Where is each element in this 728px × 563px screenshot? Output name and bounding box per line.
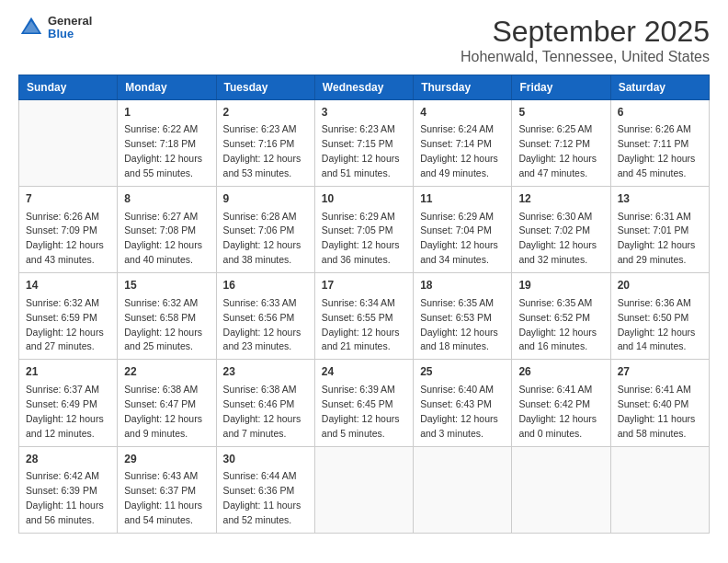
- calendar-cell: 29Sunrise: 6:43 AM Sunset: 6:37 PM Dayli…: [118, 446, 216, 533]
- day-number: 10: [322, 191, 406, 207]
- day-number: 2: [223, 105, 308, 121]
- day-info: Sunrise: 6:37 AM Sunset: 6:49 PM Dayligh…: [26, 384, 104, 439]
- calendar-cell: 23Sunrise: 6:38 AM Sunset: 6:46 PM Dayli…: [216, 360, 314, 446]
- logo-blue: Blue: [48, 28, 92, 40]
- day-info: Sunrise: 6:22 AM Sunset: 7:18 PM Dayligh…: [124, 123, 202, 178]
- weekday-header-row: SundayMondayTuesdayWednesdayThursdayFrid…: [19, 75, 710, 100]
- calendar-cell: 5Sunrise: 6:25 AM Sunset: 7:12 PM Daylig…: [512, 100, 610, 187]
- day-info: Sunrise: 6:28 AM Sunset: 7:06 PM Dayligh…: [223, 211, 301, 266]
- day-info: Sunrise: 6:39 AM Sunset: 6:45 PM Dayligh…: [322, 384, 400, 439]
- weekday-header-thursday: Thursday: [414, 75, 512, 100]
- day-number: 22: [124, 364, 209, 380]
- calendar-cell: [414, 446, 512, 533]
- day-info: Sunrise: 6:25 AM Sunset: 7:12 PM Dayligh…: [518, 123, 597, 178]
- day-info: Sunrise: 6:23 AM Sunset: 7:16 PM Dayligh…: [223, 123, 301, 178]
- day-number: 13: [618, 191, 702, 207]
- calendar-cell: 16Sunrise: 6:33 AM Sunset: 6:56 PM Dayli…: [216, 273, 314, 360]
- day-info: Sunrise: 6:27 AM Sunset: 7:08 PM Dayligh…: [124, 211, 202, 266]
- calendar-cell: 2Sunrise: 6:23 AM Sunset: 7:16 PM Daylig…: [216, 100, 314, 187]
- day-info: Sunrise: 6:23 AM Sunset: 7:15 PM Dayligh…: [322, 123, 400, 178]
- calendar-cell: 12Sunrise: 6:30 AM Sunset: 7:02 PM Dayli…: [512, 187, 610, 273]
- calendar-cell: 7Sunrise: 6:26 AM Sunset: 7:09 PM Daylig…: [19, 187, 118, 273]
- calendar-cell: 24Sunrise: 6:39 AM Sunset: 6:45 PM Dayli…: [314, 360, 413, 446]
- day-number: 21: [26, 364, 110, 380]
- calendar-week-5: 28Sunrise: 6:42 AM Sunset: 6:39 PM Dayli…: [19, 446, 710, 533]
- day-info: Sunrise: 6:31 AM Sunset: 7:01 PM Dayligh…: [618, 211, 696, 266]
- day-info: Sunrise: 6:32 AM Sunset: 6:59 PM Dayligh…: [26, 297, 104, 352]
- day-number: 15: [124, 278, 209, 293]
- day-number: 7: [26, 191, 110, 207]
- calendar-cell: 9Sunrise: 6:28 AM Sunset: 7:06 PM Daylig…: [216, 187, 314, 273]
- day-number: 20: [618, 278, 702, 293]
- calendar-header: SundayMondayTuesdayWednesdayThursdayFrid…: [19, 75, 710, 100]
- logo: General Blue: [18, 15, 92, 41]
- calendar-cell: 17Sunrise: 6:34 AM Sunset: 6:55 PM Dayli…: [314, 273, 413, 360]
- calendar-cell: 25Sunrise: 6:40 AM Sunset: 6:43 PM Dayli…: [414, 360, 512, 446]
- day-number: 14: [26, 278, 110, 293]
- day-number: 11: [420, 191, 505, 207]
- calendar-week-1: 1Sunrise: 6:22 AM Sunset: 7:18 PM Daylig…: [19, 100, 710, 187]
- calendar-cell: 21Sunrise: 6:37 AM Sunset: 6:49 PM Dayli…: [19, 360, 118, 446]
- calendar-cell: 27Sunrise: 6:41 AM Sunset: 6:40 PM Dayli…: [610, 360, 709, 446]
- day-number: 18: [420, 278, 505, 293]
- day-info: Sunrise: 6:35 AM Sunset: 6:53 PM Dayligh…: [420, 297, 498, 352]
- calendar-week-2: 7Sunrise: 6:26 AM Sunset: 7:09 PM Daylig…: [19, 187, 710, 273]
- day-info: Sunrise: 6:32 AM Sunset: 6:58 PM Dayligh…: [124, 297, 202, 352]
- day-info: Sunrise: 6:34 AM Sunset: 6:55 PM Dayligh…: [322, 297, 400, 352]
- title-block: September 2025 Hohenwald, Tennessee, Uni…: [461, 15, 710, 65]
- day-number: 24: [322, 364, 406, 380]
- day-number: 1: [124, 105, 209, 121]
- day-number: 25: [420, 364, 505, 380]
- day-info: Sunrise: 6:35 AM Sunset: 6:52 PM Dayligh…: [518, 297, 597, 352]
- weekday-header-monday: Monday: [118, 75, 216, 100]
- calendar-cell: 18Sunrise: 6:35 AM Sunset: 6:53 PM Dayli…: [414, 273, 512, 360]
- day-number: 9: [223, 191, 308, 207]
- day-info: Sunrise: 6:26 AM Sunset: 7:09 PM Dayligh…: [26, 211, 104, 266]
- calendar-week-4: 21Sunrise: 6:37 AM Sunset: 6:49 PM Dayli…: [19, 360, 710, 446]
- calendar-title: September 2025: [461, 15, 710, 49]
- day-number: 8: [124, 191, 209, 207]
- weekday-header-sunday: Sunday: [19, 75, 118, 100]
- calendar-table: SundayMondayTuesdayWednesdayThursdayFrid…: [18, 75, 710, 534]
- calendar-cell: [19, 100, 118, 187]
- weekday-header-tuesday: Tuesday: [216, 75, 314, 100]
- calendar-cell: 3Sunrise: 6:23 AM Sunset: 7:15 PM Daylig…: [314, 100, 413, 187]
- calendar-cell: 28Sunrise: 6:42 AM Sunset: 6:39 PM Dayli…: [19, 446, 118, 533]
- day-number: 3: [322, 105, 406, 121]
- day-info: Sunrise: 6:40 AM Sunset: 6:43 PM Dayligh…: [420, 384, 498, 439]
- day-info: Sunrise: 6:43 AM Sunset: 6:37 PM Dayligh…: [124, 470, 202, 525]
- calendar-week-3: 14Sunrise: 6:32 AM Sunset: 6:59 PM Dayli…: [19, 273, 710, 360]
- day-info: Sunrise: 6:44 AM Sunset: 6:36 PM Dayligh…: [223, 470, 301, 525]
- header: General Blue September 2025 Hohenwald, T…: [18, 15, 710, 65]
- calendar-cell: 19Sunrise: 6:35 AM Sunset: 6:52 PM Dayli…: [512, 273, 610, 360]
- day-info: Sunrise: 6:24 AM Sunset: 7:14 PM Dayligh…: [420, 123, 498, 178]
- calendar-cell: 30Sunrise: 6:44 AM Sunset: 6:36 PM Dayli…: [216, 446, 314, 533]
- page-container: General Blue September 2025 Hohenwald, T…: [0, 0, 728, 543]
- weekday-header-friday: Friday: [512, 75, 610, 100]
- logo-icon: [18, 15, 44, 40]
- calendar-cell: [610, 446, 709, 533]
- calendar-cell: 13Sunrise: 6:31 AM Sunset: 7:01 PM Dayli…: [610, 187, 709, 273]
- calendar-cell: 6Sunrise: 6:26 AM Sunset: 7:11 PM Daylig…: [610, 100, 709, 187]
- calendar-cell: 20Sunrise: 6:36 AM Sunset: 6:50 PM Dayli…: [610, 273, 709, 360]
- logo-general: General: [48, 15, 92, 28]
- day-info: Sunrise: 6:42 AM Sunset: 6:39 PM Dayligh…: [26, 470, 104, 525]
- day-info: Sunrise: 6:29 AM Sunset: 7:05 PM Dayligh…: [322, 211, 400, 266]
- calendar-cell: 26Sunrise: 6:41 AM Sunset: 6:42 PM Dayli…: [512, 360, 610, 446]
- day-number: 23: [223, 364, 308, 380]
- calendar-cell: 14Sunrise: 6:32 AM Sunset: 6:59 PM Dayli…: [19, 273, 118, 360]
- day-number: 29: [124, 452, 209, 467]
- weekday-header-wednesday: Wednesday: [314, 75, 413, 100]
- day-info: Sunrise: 6:38 AM Sunset: 6:47 PM Dayligh…: [124, 384, 202, 439]
- day-info: Sunrise: 6:26 AM Sunset: 7:11 PM Dayligh…: [618, 123, 696, 178]
- day-info: Sunrise: 6:29 AM Sunset: 7:04 PM Dayligh…: [420, 211, 498, 266]
- calendar-cell: 15Sunrise: 6:32 AM Sunset: 6:58 PM Dayli…: [118, 273, 216, 360]
- day-info: Sunrise: 6:41 AM Sunset: 6:40 PM Dayligh…: [618, 384, 696, 439]
- calendar-cell: 4Sunrise: 6:24 AM Sunset: 7:14 PM Daylig…: [414, 100, 512, 187]
- calendar-cell: 22Sunrise: 6:38 AM Sunset: 6:47 PM Dayli…: [118, 360, 216, 446]
- day-number: 5: [518, 105, 603, 121]
- day-number: 6: [618, 105, 702, 121]
- day-number: 16: [223, 278, 308, 293]
- calendar-cell: 10Sunrise: 6:29 AM Sunset: 7:05 PM Dayli…: [314, 187, 413, 273]
- day-info: Sunrise: 6:36 AM Sunset: 6:50 PM Dayligh…: [618, 297, 696, 352]
